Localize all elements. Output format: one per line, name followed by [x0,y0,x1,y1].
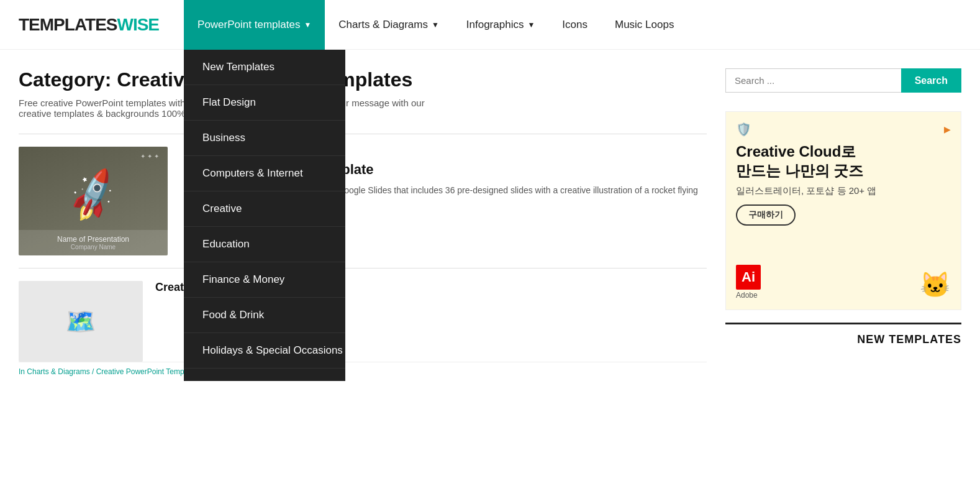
nav-item-icons[interactable]: Icons [548,0,601,50]
search-box: Search [725,68,961,93]
slide-presentation-name: Name of Presentation [27,235,159,244]
sidebar: Search 🛡️ ▶ Creative Cloud로만드는 나만의 굿즈 일러… [725,68,961,381]
breadcrumb-link[interactable]: In Charts & Diagrams / Creative PowerPoi… [19,367,200,376]
chevron-down-icon: ▼ [432,21,439,29]
nav-item-infographics[interactable]: Infographics ▼ [453,0,549,50]
header: TEMPLATESWISE PowerPoint templates ▼ New… [0,0,980,50]
nav-item-infographics-label: Infographics [466,19,524,31]
main-content: Category: Creative PowerPoint Templates … [0,50,980,381]
content-area: Category: Creative PowerPoint Templates … [19,68,707,381]
main-nav: PowerPoint templates ▼ New Templates Fla… [184,0,961,50]
nav-item-powerpoint-label: PowerPoint templates [197,19,300,31]
nav-item-powerpoint[interactable]: PowerPoint templates ▼ New Templates Fla… [184,0,325,50]
ad-banner: 🛡️ ▶ Creative Cloud로만드는 나만의 굿즈 일러스트레이터, … [725,111,961,310]
mindmap-icon: 🗺️ [65,307,96,336]
card-thumbnail-mindmap[interactable]: 🗺️ [19,281,143,362]
second-card-row: 🗺️ Creative Mind Map [19,268,707,362]
dropdown-item-business[interactable]: Business [184,121,345,156]
ad-top-row: 🛡️ ▶ [736,122,951,137]
breadcrumb: In Charts & Diagrams / Creative PowerPoi… [19,362,707,381]
chevron-down-icon: ▼ [304,21,311,29]
card-list: ✦ ✦ ✦ 🚀 Name of Presentation Company Nam… [19,134,707,255]
cat-decorative-icon: 🐱 [920,270,951,300]
dropdown-item-finance-money[interactable]: Finance & Money [184,262,345,298]
new-templates-sidebar-label: NEW TEMPLATES [725,323,961,346]
search-input[interactable] [725,68,901,93]
dropdown-item-new-templates[interactable]: New Templates [184,50,345,85]
nav-item-music-label: Music Loops [615,19,674,31]
nav-item-icons-label: Icons [562,19,588,31]
card-thumbnail-rocket[interactable]: ✦ ✦ ✦ 🚀 Name of Presentation Company Nam… [19,147,168,255]
search-button[interactable]: Search [901,68,961,93]
dropdown-item-flat-design[interactable]: Flat Design [184,85,345,121]
nav-item-charts[interactable]: Charts & Diagrams ▼ [325,0,453,50]
chevron-down-icon: ▼ [527,21,535,29]
nav-item-charts-label: Charts & Diagrams [338,19,428,31]
logo-wise: WISE [117,15,159,34]
dropdown-item-food-drink[interactable]: Food & Drink [184,298,345,333]
dropdown-item-nature[interactable]: Nature & Environment [184,369,345,382]
ad-title: Creative Cloud로만드는 나만의 굿즈 [736,142,951,180]
site-logo[interactable]: TEMPLATESWISE [19,15,159,35]
dropdown-item-holidays[interactable]: Holidays & Special Occasions [184,333,345,369]
page-title: Category: Creative PowerPoint Templates [19,68,707,91]
ad-subtitle: 일러스트레이터, 포토샵 등 20+ 앱 [736,185,951,197]
powerpoint-dropdown: New Templates Flat Design Business Compu… [184,50,345,382]
shield-icon: 🛡️ [736,122,751,137]
adobe-logo: Ai Adobe [736,265,761,300]
ad-buy-button[interactable]: 구매하기 [736,204,796,226]
nav-item-music[interactable]: Music Loops [601,0,687,50]
ad-arrow-icon: ▶ [944,124,951,134]
slide-company-name: Company Name [27,244,159,250]
dropdown-item-computers-internet[interactable]: Computers & Internet [184,156,345,191]
logo-templates: TEMPLATES [19,15,117,34]
dropdown-item-creative[interactable]: Creative [184,191,345,227]
dropdown-item-education[interactable]: Education [184,227,345,262]
ad-bottom: Ai Adobe 🐱 [736,265,951,300]
